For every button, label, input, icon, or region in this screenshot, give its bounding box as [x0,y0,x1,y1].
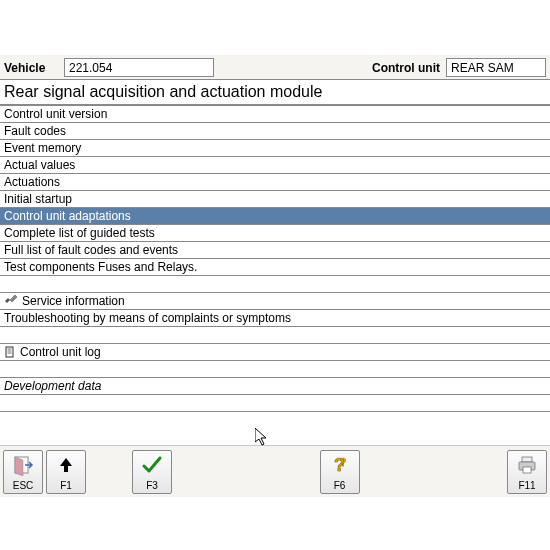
separator-row [0,395,550,412]
separator-row [0,276,550,293]
f1-button[interactable]: F1 [46,450,86,494]
menu-list: Control unit version Fault codes Event m… [0,105,550,445]
menu-item-event-memory[interactable]: Event memory [0,140,550,157]
menu-item-control-unit-log[interactable]: Control unit log [0,344,550,361]
vehicle-value: 221.054 [69,61,112,75]
menu-item-development-data[interactable]: Development data [0,378,550,395]
control-unit-value: REAR SAM [451,61,514,75]
menu-item-troubleshooting[interactable]: Troubleshooting by means of complaints o… [0,310,550,327]
menu-item-control-unit-adaptations[interactable]: Control unit adaptations [0,208,550,225]
f3-label: F3 [146,480,158,491]
f3-button[interactable]: F3 [132,450,172,494]
f11-label: F11 [518,480,535,491]
menu-item-actual-values[interactable]: Actual values [0,157,550,174]
menu-item-full-fault-list[interactable]: Full list of fault codes and events [0,242,550,259]
f6-label: F6 [334,480,346,491]
svg-rect-9 [523,467,531,473]
menu-item-initial-startup[interactable]: Initial startup [0,191,550,208]
f1-label: F1 [60,480,72,491]
page-title: Rear signal acquisition and actuation mo… [0,79,550,105]
arrow-up-icon [54,453,78,477]
menu-item-actuations[interactable]: Actuations [0,174,550,191]
svg-rect-0 [6,347,13,357]
help-icon: ? ? [328,453,352,477]
f6-button[interactable]: ? ? F6 [320,450,360,494]
control-unit-value-box[interactable]: REAR SAM [446,58,546,77]
document-icon [4,346,16,358]
separator-row [0,327,550,344]
f11-button[interactable]: F11 [507,450,547,494]
menu-item-service-info[interactable]: Service information [0,293,550,310]
menu-item-fault-codes[interactable]: Fault codes [0,123,550,140]
printer-icon [515,453,539,477]
exit-icon [11,453,35,477]
separator-row [0,361,550,378]
diagnostic-window: Vehicle 221.054 Control unit REAR SAM Re… [0,55,550,497]
esc-label: ESC [13,480,34,491]
check-icon [140,453,164,477]
menu-item-test-fuses-relays[interactable]: Test components Fuses and Relays. [0,259,550,276]
control-unit-label: Control unit [372,61,440,75]
svg-text:?: ? [340,457,346,468]
header-row: Vehicle 221.054 Control unit REAR SAM [0,55,550,79]
menu-item-guided-tests[interactable]: Complete list of guided tests [0,225,550,242]
menu-item-control-unit-version[interactable]: Control unit version [0,106,550,123]
vehicle-label: Vehicle [4,61,60,75]
svg-rect-7 [522,457,532,462]
esc-button[interactable]: ESC [3,450,43,494]
function-key-bar: ESC F1 F3 ? ? [0,445,550,497]
vehicle-value-box[interactable]: 221.054 [64,58,214,77]
wrench-icon [4,295,18,307]
